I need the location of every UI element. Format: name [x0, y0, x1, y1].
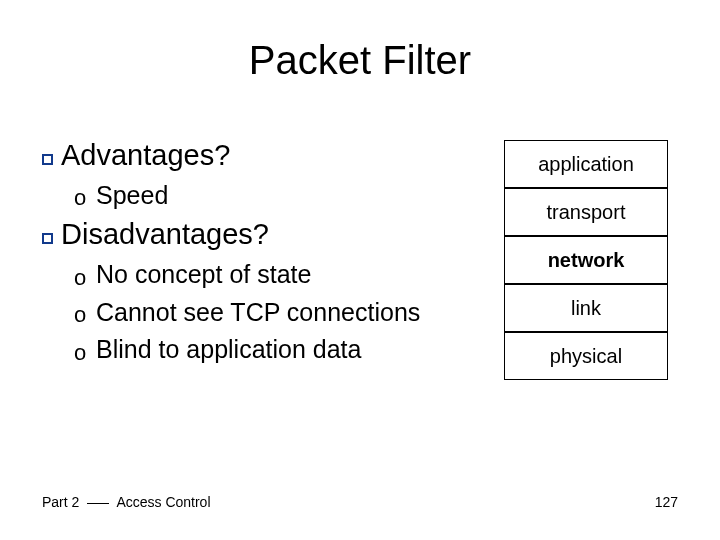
- bullet-advantages: Advantages?: [42, 140, 420, 172]
- sub-bullet-text: Cannot see TCP connections: [96, 299, 420, 327]
- stack-front: application transport network link physi…: [504, 140, 668, 380]
- sub-bullet: o Speed: [74, 182, 420, 210]
- circle-bullet-icon: o: [74, 187, 88, 209]
- footer-left: Part 2 Access Control: [42, 494, 211, 510]
- footer-section: Access Control: [116, 494, 210, 510]
- sub-bullet-text: No concept of state: [96, 261, 311, 289]
- page-number: 127: [655, 494, 678, 510]
- sub-bullet: o Cannot see TCP connections: [74, 299, 420, 327]
- bullet-text: Disadvantages?: [61, 219, 269, 251]
- stack-layer-transport: transport: [504, 188, 668, 236]
- stack-layer-link: link: [504, 284, 668, 332]
- sub-bullet-text: Blind to application data: [96, 336, 361, 364]
- footer: Part 2 Access Control 127: [42, 494, 678, 510]
- slide-title: Packet Filter: [0, 38, 720, 83]
- stack-layer-physical: physical: [504, 332, 668, 380]
- stack-layer-application: application: [504, 140, 668, 188]
- sub-bullet: o Blind to application data: [74, 336, 420, 364]
- circle-bullet-icon: o: [74, 304, 88, 326]
- sub-bullet: o No concept of state: [74, 261, 420, 289]
- bullet-disadvantages: Disadvantages?: [42, 219, 420, 251]
- square-bullet-icon: [42, 233, 53, 244]
- bullet-content: Advantages? o Speed Disadvantages? o No …: [42, 140, 420, 374]
- osi-stack: application transport network link physi…: [504, 140, 668, 380]
- em-dash-icon: [87, 503, 109, 505]
- circle-bullet-icon: o: [74, 342, 88, 364]
- sub-bullet-text: Speed: [96, 182, 168, 210]
- bullet-text: Advantages?: [61, 140, 230, 172]
- slide: Packet Filter Advantages? o Speed Disadv…: [0, 0, 720, 540]
- square-bullet-icon: [42, 154, 53, 165]
- stack-layer-network: network: [504, 236, 668, 284]
- footer-part: Part 2: [42, 494, 79, 510]
- circle-bullet-icon: o: [74, 267, 88, 289]
